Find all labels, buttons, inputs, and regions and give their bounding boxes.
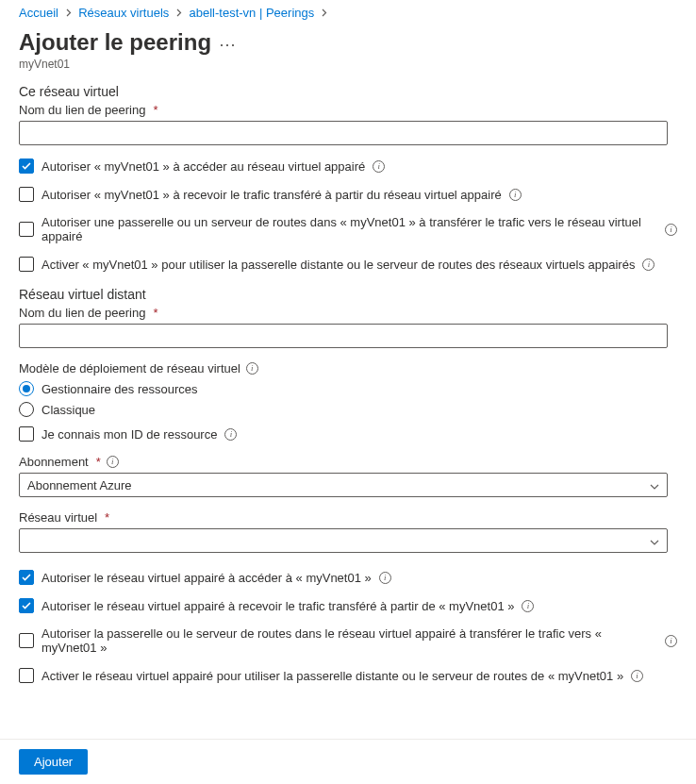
chevron-right-icon <box>173 8 186 19</box>
deployment-classic-radio[interactable] <box>19 402 34 417</box>
this-gateway-transfer-checkbox[interactable] <box>19 222 34 237</box>
info-icon[interactable]: i <box>665 635 677 647</box>
remote-peering-name-label: Nom du lien de peering* <box>19 306 677 320</box>
remote-gateway-transfer-checkbox[interactable] <box>19 633 34 648</box>
remote-gateway-transfer-label: Autoriser la passerelle ou le serveur de… <box>41 626 657 655</box>
this-allow-access-checkbox[interactable] <box>19 158 34 174</box>
info-icon[interactable]: i <box>631 670 643 682</box>
this-use-remote-gateway-label: Activer « myVnet01 » pour utiliser la pa… <box>41 258 635 272</box>
info-icon[interactable]: i <box>509 189 522 201</box>
remote-receive-forwarded-label: Autoriser le réseau virtuel appairé à re… <box>41 599 514 613</box>
footer-bar: Ajouter <box>0 739 696 784</box>
subscription-value: Abonnement Azure <box>27 478 650 492</box>
remote-vnet-select[interactable] <box>19 528 668 553</box>
chevron-down-icon <box>650 478 659 492</box>
info-icon[interactable]: i <box>246 362 258 375</box>
know-resource-id-checkbox[interactable] <box>19 426 34 442</box>
breadcrumb-vnets[interactable]: Réseaux virtuels <box>78 6 169 20</box>
deployment-classic-label: Classique <box>41 403 95 417</box>
this-receive-forwarded-checkbox[interactable] <box>19 187 34 202</box>
deployment-rm-label: Gestionnaire des ressources <box>41 382 197 396</box>
remote-use-remote-gateway-checkbox[interactable] <box>19 668 34 683</box>
more-actions-button[interactable]: ⋯ <box>219 26 237 53</box>
subscription-label: Abonnement* i <box>19 455 677 469</box>
info-icon[interactable]: i <box>107 456 119 468</box>
info-icon[interactable]: i <box>665 224 677 236</box>
info-icon[interactable]: i <box>224 428 237 441</box>
this-receive-forwarded-label: Autoriser « myVnet01 » à recevoir le tra… <box>41 188 502 202</box>
deployment-rm-radio[interactable] <box>19 381 34 396</box>
chevron-right-icon <box>62 8 75 19</box>
remote-vnet-section-header: Réseau virtuel distant <box>19 287 677 302</box>
this-vnet-section-header: Ce réseau virtuel <box>19 84 677 99</box>
page-subtitle: myVnet01 <box>19 58 677 71</box>
breadcrumb-resource[interactable]: abell-test-vn | Peerings <box>190 6 315 20</box>
this-peering-name-label: Nom du lien de peering* <box>19 103 677 117</box>
this-use-remote-gateway-checkbox[interactable] <box>19 257 34 272</box>
info-icon[interactable]: i <box>373 160 385 173</box>
breadcrumb: Accueil Réseaux virtuels abell-test-vn |… <box>19 4 677 24</box>
chevron-down-icon <box>650 534 659 548</box>
remote-vnet-label: Réseau virtuel* <box>19 510 677 525</box>
this-allow-access-label: Autoriser « myVnet01 » à accéder au rése… <box>41 159 365 174</box>
info-icon[interactable]: i <box>379 572 391 584</box>
add-button[interactable]: Ajouter <box>19 749 88 775</box>
deployment-model-label: Modèle de déploiement de réseau virtuel … <box>19 361 677 375</box>
breadcrumb-home[interactable]: Accueil <box>19 6 58 20</box>
this-peering-name-input[interactable] <box>19 121 668 145</box>
remote-allow-access-label: Autoriser le réseau virtuel appairé à ac… <box>41 571 372 585</box>
know-resource-id-label: Je connais mon ID de ressource <box>41 427 217 442</box>
subscription-select[interactable]: Abonnement Azure <box>19 473 668 497</box>
this-gateway-transfer-label: Autoriser une passerelle ou un serveur d… <box>41 215 657 243</box>
chevron-right-icon <box>318 8 331 19</box>
remote-use-remote-gateway-label: Activer le réseau virtuel appairé pour u… <box>41 669 623 683</box>
remote-receive-forwarded-checkbox[interactable] <box>19 598 34 613</box>
remote-allow-access-checkbox[interactable] <box>19 570 34 585</box>
page-title: Ajouter le peering <box>19 29 211 56</box>
info-icon[interactable]: i <box>522 600 534 612</box>
remote-peering-name-input[interactable] <box>19 324 668 348</box>
info-icon[interactable]: i <box>642 259 655 271</box>
